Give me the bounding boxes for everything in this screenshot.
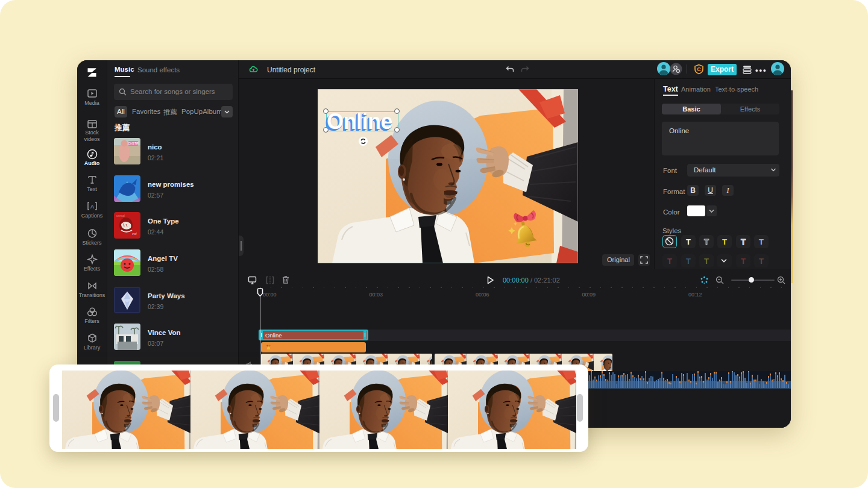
svg-text:T: T	[722, 237, 727, 246]
svg-text:T: T	[704, 257, 709, 266]
svg-text:T: T	[704, 237, 709, 246]
svg-text:C: C	[697, 66, 701, 72]
svg-text:T: T	[741, 257, 746, 266]
svg-text:T: T	[686, 257, 691, 266]
svg-text:unreal: unreal	[116, 214, 125, 217]
svg-text:T: T	[759, 237, 764, 246]
svg-text:vol: vol	[132, 232, 137, 236]
svg-text:A: A	[90, 204, 94, 210]
svg-text:T: T	[759, 257, 764, 266]
svg-text:T: T	[686, 237, 691, 246]
svg-text:T: T	[667, 257, 672, 266]
svg-text:T: T	[741, 237, 746, 246]
svg-text:CHSTR: CHSTR	[128, 142, 139, 145]
